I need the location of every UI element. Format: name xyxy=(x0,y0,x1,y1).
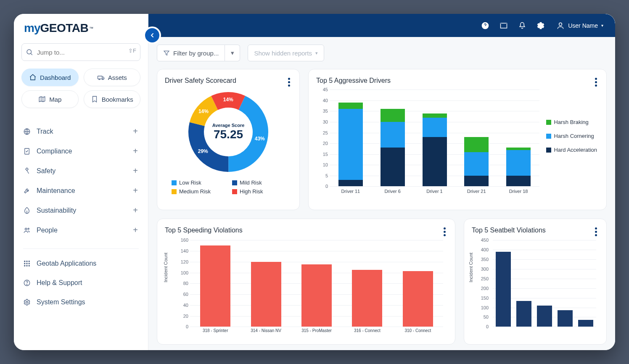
filter-group-wrapper: Filter by group... ▾ xyxy=(157,45,240,61)
expand-icon: + xyxy=(133,166,138,176)
legend-high-risk: High Risk xyxy=(232,188,285,195)
nav-item-safety[interactable]: Safety + xyxy=(21,161,140,181)
card-seatbelt-menu[interactable] xyxy=(593,226,599,238)
sidebar: myGEOTAB™ ⇧F Dashboard Assets Map xyxy=(14,14,148,350)
card-scorecard-title: Driver Safety Scorecard xyxy=(165,77,292,84)
user-menu[interactable]: User Name ▾ xyxy=(556,21,603,30)
aggressive-chart: 051015202530354045Driver 11Driver 6Drive… xyxy=(316,90,539,199)
search-input[interactable] xyxy=(21,43,140,61)
svg-point-15 xyxy=(28,228,29,229)
expand-icon: + xyxy=(133,127,138,136)
legend-mild-risk: Mild Risk xyxy=(232,179,285,186)
nav-item-track[interactable]: Track + xyxy=(21,121,140,141)
svg-marker-5 xyxy=(39,97,45,102)
nav-maintenance-label: Maintenance xyxy=(37,187,75,195)
brand-part1: my xyxy=(24,21,40,35)
svg-point-17 xyxy=(26,261,27,262)
donut-slice-label: 43% xyxy=(255,136,265,142)
svg-point-24 xyxy=(29,265,29,266)
nav-sustainability-label: Sustainability xyxy=(37,207,76,214)
quicklink-bookmarks[interactable]: Bookmarks xyxy=(84,90,141,108)
card-aggressive: Top 5 Aggressive Drivers 051015202530354… xyxy=(308,69,607,210)
footer-settings-label: System Settings xyxy=(37,298,85,306)
donut-slice-label: 14% xyxy=(223,97,233,103)
quicklink-map[interactable]: Map xyxy=(21,90,79,108)
filter-by-group-button[interactable]: Filter by group... xyxy=(157,45,225,61)
svg-point-3 xyxy=(99,79,100,79)
legend-harsh-braking: Harsh Braking xyxy=(546,119,597,125)
brand-tm: ™ xyxy=(89,26,93,31)
svg-point-21 xyxy=(29,263,29,264)
nav-track-label: Track xyxy=(37,128,53,135)
quicklinks: Dashboard Assets Map Bookmarks xyxy=(21,69,140,108)
card-aggressive-title: Top 5 Aggressive Drivers xyxy=(316,77,599,84)
footer-apps[interactable]: Geotab Applications xyxy=(21,254,140,273)
aggressive-legend: Harsh Braking Harsh Cornering Hard Accel… xyxy=(546,90,599,199)
expand-icon: + xyxy=(133,225,138,235)
svg-point-29 xyxy=(485,27,486,28)
footer-help-label: Help & Support xyxy=(37,279,82,287)
topbar: User Name ▾ xyxy=(148,14,615,37)
sidebar-collapse-button[interactable] xyxy=(143,26,161,44)
card-seatbelt: Top 5 Seatbelt Violations Incident Count… xyxy=(464,219,607,345)
donut-center: Average Score 75.25 xyxy=(212,123,245,141)
footer-apps-label: Geotab Applications xyxy=(37,260,96,267)
filter-bar: Filter by group... ▾ Show hidden reports… xyxy=(148,37,615,69)
legend-hard-acceleration: Hard Acceleration xyxy=(546,147,597,153)
nav-item-maintenance[interactable]: Maintenance + xyxy=(21,181,140,200)
scorecard-legend: Low Risk Mild Risk Medium Risk High Risk xyxy=(165,179,292,195)
nav-list: Track + Compliance + Safety + Maintenanc… xyxy=(21,121,140,240)
donut-center-value: 75.25 xyxy=(212,128,245,141)
quicklink-dashboard[interactable]: Dashboard xyxy=(21,69,79,86)
help-icon[interactable] xyxy=(480,20,491,31)
settings-icon[interactable] xyxy=(535,20,546,31)
search-wrapper: ⇧F xyxy=(21,43,140,61)
nav-item-sustainability[interactable]: Sustainability + xyxy=(21,200,140,220)
seatbelt-ylabel: Incident Count xyxy=(468,253,473,282)
nav-item-people[interactable]: People + xyxy=(21,220,140,240)
speeding-chart: Incident Count 020406080100120140160318 … xyxy=(165,240,447,337)
donut-slice-label: 14% xyxy=(198,108,209,114)
notifications-icon[interactable] xyxy=(517,20,528,31)
user-name-label: User Name xyxy=(568,22,598,29)
expand-icon: + xyxy=(133,146,138,156)
card-aggressive-menu[interactable] xyxy=(593,76,599,88)
quicklink-assets[interactable]: Assets xyxy=(84,69,141,86)
nav-divider xyxy=(23,248,139,249)
show-hidden-reports-button[interactable]: Show hidden reports ▾ xyxy=(248,45,324,61)
svg-point-4 xyxy=(102,79,103,79)
svg-point-23 xyxy=(26,265,27,266)
footer-settings[interactable]: System Settings xyxy=(21,293,140,312)
card-speeding-menu[interactable] xyxy=(442,226,447,238)
card-speeding-title: Top 5 Speeding Violations xyxy=(165,227,447,234)
expand-icon: + xyxy=(133,206,138,215)
brand-logo: myGEOTAB™ xyxy=(21,18,140,41)
donut-chart: Average Score 75.25 43%29%14%14% xyxy=(184,88,272,176)
card-scorecard: Driver Safety Scorecard Average Score 75… xyxy=(157,69,300,210)
svg-rect-11 xyxy=(26,168,28,170)
svg-marker-32 xyxy=(164,51,169,55)
search-icon xyxy=(26,48,33,58)
messages-icon[interactable] xyxy=(498,20,509,31)
donut-center-label: Average Score xyxy=(212,123,245,128)
filter-group-dropdown[interactable]: ▾ xyxy=(225,45,240,61)
main: User Name ▾ Filter by group... ▾ Show hi… xyxy=(148,14,615,350)
quicklink-bookmarks-label: Bookmarks xyxy=(102,96,133,103)
brand-part2: GEOTAB xyxy=(40,21,88,35)
show-hidden-label: Show hidden reports xyxy=(254,50,312,57)
svg-line-1 xyxy=(31,53,32,55)
svg-point-31 xyxy=(559,23,562,26)
nav-safety-label: Safety xyxy=(37,167,56,175)
svg-point-19 xyxy=(24,263,25,264)
nav-compliance-label: Compliance xyxy=(37,148,72,155)
card-scorecard-menu[interactable] xyxy=(286,76,292,88)
seatbelt-chart: Incident Count 0501001502002503003504004… xyxy=(472,240,599,337)
card-row-1: Driver Safety Scorecard Average Score 75… xyxy=(157,69,607,210)
card-row-2: Top 5 Speeding Violations Incident Count… xyxy=(157,219,607,345)
svg-point-27 xyxy=(26,301,28,303)
footer-help[interactable]: Help & Support xyxy=(21,273,140,293)
chevron-down-icon: ▾ xyxy=(601,23,603,28)
svg-point-0 xyxy=(27,50,32,54)
legend-medium-risk: Medium Risk xyxy=(172,188,225,195)
nav-item-compliance[interactable]: Compliance + xyxy=(21,141,140,161)
